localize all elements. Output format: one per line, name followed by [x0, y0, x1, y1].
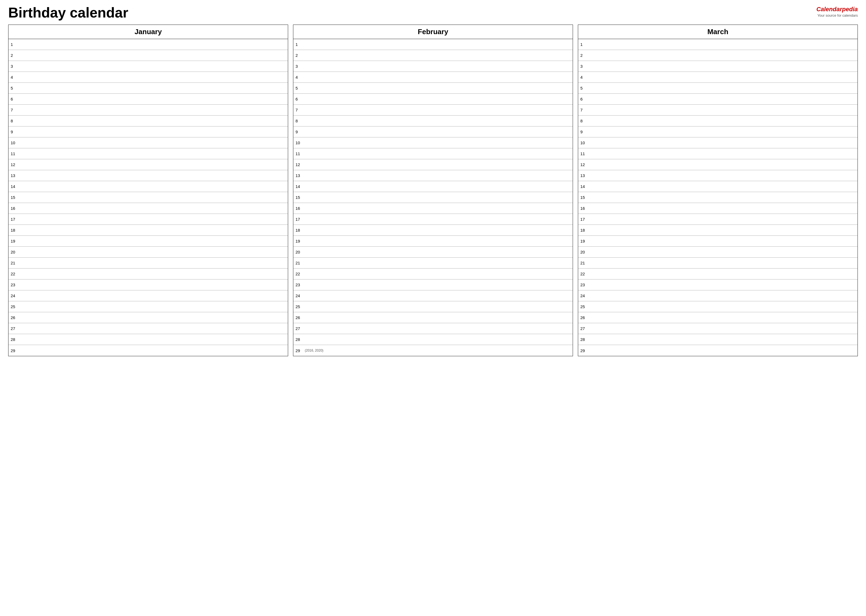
- day-row: 18: [578, 225, 858, 236]
- day-row: 14: [293, 181, 573, 192]
- day-row: 9: [293, 126, 573, 137]
- day-number: 2: [296, 53, 304, 58]
- day-row: 11: [8, 148, 288, 159]
- day-number: 16: [296, 206, 304, 211]
- day-row: 14: [8, 181, 288, 192]
- day-number: 6: [11, 97, 19, 101]
- day-row: 10: [578, 137, 858, 148]
- day-row: 28: [578, 334, 858, 345]
- day-row: 5: [8, 83, 288, 94]
- day-number: 21: [580, 261, 589, 265]
- day-number: 6: [296, 97, 304, 101]
- day-row: 29(2016, 2020): [293, 345, 573, 356]
- day-number: 9: [296, 129, 304, 134]
- day-number: 13: [11, 173, 19, 178]
- day-number: 15: [580, 195, 589, 200]
- day-number: 23: [11, 283, 19, 287]
- day-row: 16: [293, 203, 573, 214]
- day-number: 7: [11, 108, 19, 112]
- day-row: 6: [578, 94, 858, 105]
- day-number: 9: [580, 129, 589, 134]
- day-number: 17: [580, 217, 589, 222]
- day-number: 24: [296, 293, 304, 298]
- day-row: 25: [8, 301, 288, 312]
- day-row: 23: [8, 280, 288, 291]
- day-number: 6: [580, 97, 589, 101]
- day-number: 28: [296, 337, 304, 342]
- calendar-february: February12345678910111213141516171819202…: [293, 25, 573, 356]
- day-row: 4: [8, 72, 288, 83]
- month-header-february: February: [293, 25, 573, 39]
- day-row: 4: [578, 72, 858, 83]
- calendar-january: January123456789101112131415161718192021…: [8, 25, 288, 356]
- day-number: 20: [11, 250, 19, 254]
- day-number: 16: [580, 206, 589, 211]
- day-number: 12: [296, 162, 304, 167]
- day-number: 7: [296, 108, 304, 112]
- day-row: 7: [8, 105, 288, 116]
- day-row: 24: [8, 291, 288, 301]
- day-row: 12: [578, 159, 858, 170]
- day-row: 20: [293, 247, 573, 258]
- day-number: 14: [580, 184, 589, 189]
- day-row: 14: [578, 181, 858, 192]
- day-number: 17: [11, 217, 19, 222]
- day-row: 10: [8, 137, 288, 148]
- day-number: 15: [296, 195, 304, 200]
- day-row: 22: [8, 269, 288, 280]
- day-row: 7: [293, 105, 573, 116]
- day-number: 22: [580, 272, 589, 276]
- day-number: 20: [580, 250, 589, 254]
- day-row: 21: [293, 258, 573, 269]
- brand-calendar: Calendar: [816, 6, 842, 13]
- day-number: 1: [11, 42, 19, 47]
- day-number: 23: [296, 283, 304, 287]
- month-header-march: March: [578, 25, 858, 39]
- day-row: 23: [578, 280, 858, 291]
- day-number: 19: [580, 239, 589, 244]
- day-number: 29: [296, 348, 304, 353]
- day-number: 24: [580, 293, 589, 298]
- day-number: 26: [296, 315, 304, 320]
- day-number: 3: [580, 64, 589, 69]
- day-row: 24: [293, 291, 573, 301]
- day-row: 24: [578, 291, 858, 301]
- day-row: 1: [578, 39, 858, 50]
- day-number: 25: [296, 304, 304, 309]
- day-row: 3: [578, 61, 858, 72]
- day-number: 19: [11, 239, 19, 244]
- day-row: 1: [8, 39, 288, 50]
- day-number: 8: [11, 119, 19, 123]
- day-row: 21: [8, 258, 288, 269]
- day-row: 6: [8, 94, 288, 105]
- day-row: 29: [578, 345, 858, 356]
- day-row: 8: [8, 116, 288, 126]
- calendars-container: January123456789101112131415161718192021…: [8, 25, 858, 356]
- day-row: 7: [578, 105, 858, 116]
- day-number: 11: [580, 151, 589, 156]
- day-number: 14: [11, 184, 19, 189]
- day-row: 17: [578, 214, 858, 225]
- day-row: 4: [293, 72, 573, 83]
- day-number: 14: [296, 184, 304, 189]
- day-number: 2: [11, 53, 19, 58]
- day-number: 25: [580, 304, 589, 309]
- day-number: 28: [580, 337, 589, 342]
- day-row: 15: [293, 192, 573, 203]
- day-number: 8: [580, 119, 589, 123]
- day-row: 5: [578, 83, 858, 94]
- day-number: 27: [11, 326, 19, 331]
- day-number: 13: [580, 173, 589, 178]
- brand-logo: Calendarpedia Your source for calendars: [816, 5, 858, 18]
- day-number: 4: [296, 75, 304, 80]
- day-row: 26: [293, 312, 573, 323]
- day-row: 2: [578, 50, 858, 61]
- day-row: 9: [578, 126, 858, 137]
- day-number: 18: [11, 228, 19, 233]
- day-number: 10: [580, 140, 589, 145]
- day-row: 18: [8, 225, 288, 236]
- brand-pedia: pedia: [842, 6, 858, 13]
- day-row: 19: [293, 236, 573, 247]
- day-row: 25: [293, 301, 573, 312]
- day-number: 15: [11, 195, 19, 200]
